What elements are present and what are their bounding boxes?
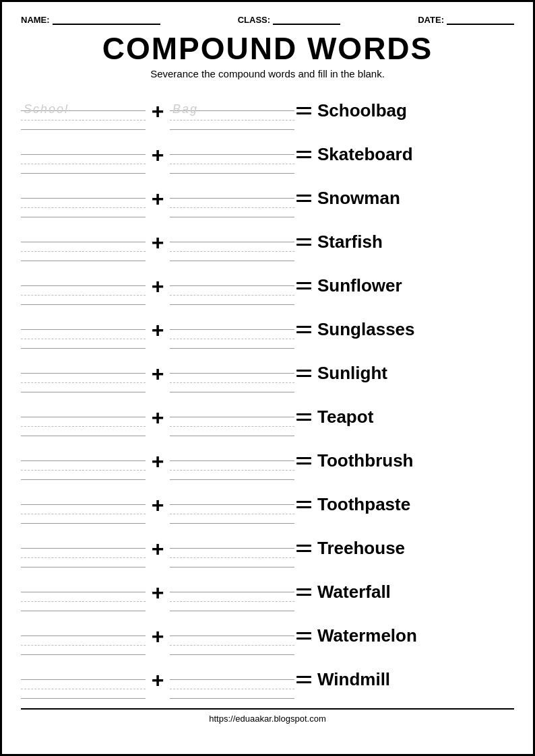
- equals-sign: [294, 413, 313, 421]
- part2-input[interactable]: [170, 530, 294, 568]
- part2-input[interactable]: [170, 311, 294, 349]
- plus-operator: +: [146, 582, 170, 603]
- compound-word: Teapot: [317, 407, 373, 427]
- date-underline[interactable]: [447, 14, 514, 25]
- compound-word: Snowman: [317, 188, 400, 209]
- table-row: + Snowman: [21, 176, 514, 220]
- part2-input[interactable]: [170, 486, 294, 524]
- part2-input[interactable]: [170, 267, 294, 305]
- plus-operator: +: [146, 363, 170, 384]
- plus-operator: +: [146, 538, 170, 559]
- plus-operator: +: [146, 669, 170, 691]
- table-row: + Starfish: [21, 220, 514, 264]
- plus-operator: +: [146, 407, 170, 428]
- compound-word: Treehouse: [317, 538, 405, 559]
- word-rows: School + Bag Schoolbag +: [21, 89, 514, 701]
- part1-input[interactable]: [21, 574, 146, 611]
- compound-word: Toothbrush: [317, 450, 413, 471]
- equals-sign: [294, 195, 313, 202]
- worksheet-page: NAME: CLASS: DATE: COMPOUND WORDS Severa…: [0, 0, 535, 756]
- part1-input[interactable]: [21, 136, 146, 174]
- plus-operator: +: [146, 144, 170, 166]
- plus-operator: +: [146, 450, 170, 472]
- part1-input[interactable]: [21, 486, 146, 524]
- part1-input[interactable]: [21, 530, 146, 568]
- table-row: + Teapot: [21, 395, 514, 439]
- table-row: + Toothpaste: [21, 483, 514, 526]
- footer: https://eduaakar.blogspot.com: [21, 708, 514, 724]
- equals-sign: [294, 151, 313, 158]
- compound-word: Waterfall: [317, 582, 391, 603]
- part1-input[interactable]: [21, 224, 146, 261]
- equals-sign: [294, 588, 313, 596]
- part1-input[interactable]: [21, 617, 146, 655]
- compound-word: Sunflower: [317, 275, 402, 296]
- compound-word: Sunglasses: [317, 319, 415, 340]
- plus-operator: +: [146, 494, 170, 516]
- part2-input[interactable]: [170, 442, 294, 480]
- equals-sign: [294, 107, 313, 114]
- compound-word: Sunlight: [317, 363, 387, 384]
- plus-operator: +: [146, 319, 170, 341]
- equals-sign: [294, 370, 313, 377]
- equals-sign: [294, 457, 313, 465]
- name-field: NAME:: [21, 14, 160, 25]
- footer-url: https://eduaakar.blogspot.com: [209, 714, 325, 724]
- page-title: COMPOUND WORDS: [21, 30, 514, 67]
- table-row: + Sunlight: [21, 351, 514, 395]
- plus-operator: +: [146, 625, 170, 647]
- part1-input[interactable]: [21, 180, 146, 217]
- class-underline[interactable]: [273, 14, 340, 25]
- part1-input[interactable]: [21, 355, 146, 392]
- tracing-hint-1: School: [24, 102, 69, 116]
- equals-sign: [294, 326, 313, 333]
- part2-input[interactable]: [170, 399, 294, 436]
- part1-input[interactable]: [21, 442, 146, 480]
- plus-operator: +: [146, 232, 170, 253]
- page-subtitle: Severance the compound words and fill in…: [21, 68, 514, 79]
- table-row: + Toothbrush: [21, 439, 514, 483]
- compound-word: Toothpaste: [317, 494, 410, 515]
- part2-input[interactable]: [170, 136, 294, 174]
- equals-sign: [294, 676, 313, 683]
- table-row: + Waterfall: [21, 570, 514, 614]
- part2-input[interactable]: [170, 355, 294, 392]
- part1-input[interactable]: [21, 661, 146, 699]
- compound-word: Schoolbag: [317, 100, 407, 121]
- equals-sign: [294, 545, 313, 552]
- table-row: + Skateboard: [21, 133, 514, 176]
- table-row: + Sunflower: [21, 264, 514, 308]
- tracing-hint-2: Bag: [172, 102, 198, 116]
- plus-operator: +: [146, 188, 170, 209]
- part2-input[interactable]: [170, 661, 294, 699]
- table-row: School + Bag Schoolbag: [21, 89, 514, 133]
- class-field: CLASS:: [238, 14, 340, 25]
- date-field: DATE:: [418, 14, 514, 25]
- name-underline[interactable]: [53, 14, 160, 25]
- table-row: + Treehouse: [21, 526, 514, 570]
- part1-input[interactable]: [21, 311, 146, 349]
- class-label: CLASS:: [238, 15, 270, 25]
- plus-operator: +: [146, 100, 170, 122]
- part1-input[interactable]: School: [21, 92, 146, 130]
- compound-word: Skateboard: [317, 144, 413, 165]
- compound-word: Watermelon: [317, 625, 417, 646]
- part2-input[interactable]: [170, 574, 294, 611]
- part1-input[interactable]: [21, 267, 146, 305]
- part2-input[interactable]: Bag: [170, 92, 294, 130]
- equals-sign: [294, 632, 313, 640]
- compound-word: Starfish: [317, 232, 383, 252]
- date-label: DATE:: [418, 15, 444, 25]
- equals-sign: [294, 238, 313, 246]
- equals-sign: [294, 282, 313, 289]
- plus-operator: +: [146, 275, 170, 297]
- part1-input[interactable]: [21, 399, 146, 436]
- table-row: + Sunglasses: [21, 308, 514, 351]
- table-row: + Watermelon: [21, 614, 514, 658]
- table-row: + Windmill: [21, 658, 514, 701]
- header-fields: NAME: CLASS: DATE:: [21, 14, 514, 25]
- part2-input[interactable]: [170, 617, 294, 655]
- equals-sign: [294, 501, 313, 508]
- part2-input[interactable]: [170, 180, 294, 217]
- part2-input[interactable]: [170, 224, 294, 261]
